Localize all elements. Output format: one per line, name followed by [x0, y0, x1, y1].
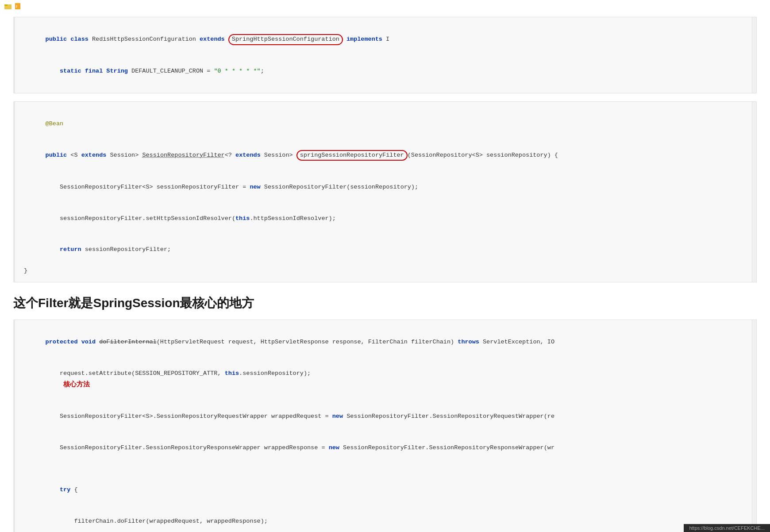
- kw-new: new: [332, 413, 346, 420]
- keyword-this: this: [235, 215, 250, 222]
- keyword-public: public: [46, 152, 71, 158]
- keyword-throws: throws: [458, 339, 483, 345]
- method-call: sessionRepositoryFilter.setHttpSessionId…: [60, 215, 235, 222]
- constructor2: SessionRepositoryFilter.SessionRepositor…: [346, 413, 554, 420]
- url-text: https://blog.csdn.net/CEFEKCHE...: [689, 525, 765, 531]
- var-name: DEFAULT_CLEANUP_CRON =: [131, 68, 214, 74]
- keyword-void: void: [81, 339, 100, 345]
- section-heading-1: 这个Filter就是SpringSession最核心的地方: [13, 295, 757, 312]
- closing-brace: }: [24, 266, 747, 276]
- keyword-return: return: [60, 246, 85, 253]
- keyword-static: static: [60, 68, 85, 74]
- kw-extends: extends: [81, 152, 107, 158]
- indent: [46, 215, 60, 222]
- scrollbar-3[interactable]: [752, 320, 756, 532]
- type-session: Session> SessionRepositoryFilter<?: [106, 152, 235, 158]
- code-block-1: public class RedisHttpSessionConfigurati…: [13, 17, 757, 93]
- constructor3: SessionRepositoryFilter.SessionRepositor…: [343, 444, 554, 451]
- field: .sessionRepository);: [239, 370, 311, 377]
- code-block-3: protected void doFilterInternal(HttpServ…: [13, 320, 757, 532]
- keyword-string: String: [106, 68, 131, 74]
- scrollbar-2[interactable]: [752, 102, 756, 282]
- keyword-this: this: [225, 370, 239, 377]
- java-icon: J: [14, 3, 21, 10]
- keyword-protected: protected: [46, 339, 81, 345]
- red-annotation-text: 核心方法: [63, 380, 90, 388]
- code-text: implements I: [343, 36, 389, 42]
- line-dofilter: protected void doFilterInternal(HttpServ…: [24, 326, 747, 358]
- code-block-2: @Bean public <S extends Session> Session…: [13, 101, 757, 282]
- annotation-line: @Bean: [24, 108, 747, 139]
- indent: [46, 444, 60, 451]
- line-dofilter-call: filterChain.doFilter(wrappedRequest, wra…: [24, 505, 747, 532]
- indent2: [46, 518, 74, 524]
- generic-type: <S: [70, 152, 81, 158]
- scrollbar-1[interactable]: [752, 17, 756, 93]
- line-setattribute: request.setAttribute(SESSION_REPOSITORY_…: [24, 358, 747, 401]
- keyword-extends: extends: [200, 36, 228, 42]
- top-icons-bar: J: [0, 0, 770, 12]
- kw-extends2: extends: [235, 152, 261, 158]
- type2: Session> springSessionRepositoryFilter(S…: [261, 152, 558, 158]
- indent: [46, 413, 60, 420]
- line-wrapped-request: SessionRepositoryFilter<S>.SessionReposi…: [24, 401, 747, 432]
- semicolon: ;: [261, 68, 264, 74]
- method-body-1: SessionRepositoryFilter<S> sessionReposi…: [24, 171, 747, 203]
- indent: [46, 246, 60, 253]
- constructor: SessionRepositoryFilter(sessionRepositor…: [264, 184, 418, 190]
- keyword-public: public: [46, 36, 71, 42]
- type-wrapper2: SessionRepositoryFilter.SessionRepositor…: [60, 444, 329, 451]
- keyword-class: class: [70, 36, 92, 42]
- type-wrapper: SessionRepositoryFilter<S>.SessionReposi…: [60, 413, 332, 420]
- code-line: public class RedisHttpSessionConfigurati…: [24, 23, 747, 55]
- request-setattr: request.setAttribute(SESSION_REPOSITORY_…: [60, 370, 225, 377]
- exceptions: ServletException, IO: [483, 339, 554, 345]
- brace: {: [74, 486, 77, 493]
- blank-line: [24, 463, 747, 474]
- annotated-parent-class: SpringHttpSessionConfiguration: [228, 34, 343, 45]
- keyword-final: final: [85, 68, 107, 74]
- svg-text:J: J: [15, 5, 17, 8]
- class-name: RedisHttpSessionConfiguration: [92, 36, 200, 42]
- indent: [46, 370, 60, 377]
- method-signature: public <S extends Session> SessionReposi…: [24, 139, 747, 171]
- code-line: static final String DEFAULT_CLEANUP_CRON…: [24, 55, 747, 87]
- type: SessionRepositoryFilter<S> sessionReposi…: [60, 184, 250, 190]
- method-body-3: return sessionRepositoryFilter;: [24, 234, 747, 266]
- keyword-new: new: [250, 184, 264, 190]
- line-try: try {: [24, 474, 747, 505]
- method-body-2: sessionRepositoryFilter.setHttpSessionId…: [24, 203, 747, 234]
- svg-rect-1: [4, 4, 8, 6]
- page-container: J public class RedisHttpSessionConfigura…: [0, 0, 770, 532]
- bean-annotation: @Bean: [46, 120, 64, 127]
- string-value: "0 * * * * *": [214, 68, 260, 74]
- folder-icon: [4, 3, 12, 10]
- params: (HttpServletRequest request, HttpServlet…: [157, 339, 458, 345]
- indent: [46, 184, 60, 190]
- return-val: sessionRepositoryFilter;: [85, 246, 171, 253]
- bottom-url-bar: https://blog.csdn.net/CEFEKCHE...: [684, 524, 770, 532]
- method-name-strikethrough: doFilterInternal: [99, 339, 157, 345]
- indent: [46, 486, 60, 493]
- keyword-try: try: [60, 486, 74, 493]
- code-indent: [46, 68, 60, 74]
- filter-call: filterChain.doFilter(wrappedRequest, wra…: [74, 518, 267, 524]
- line-wrapped-response: SessionRepositoryFilter.SessionRepositor…: [24, 432, 747, 464]
- kw-new2: new: [329, 444, 343, 451]
- field-access: .httpSessionIdResolver);: [250, 215, 335, 222]
